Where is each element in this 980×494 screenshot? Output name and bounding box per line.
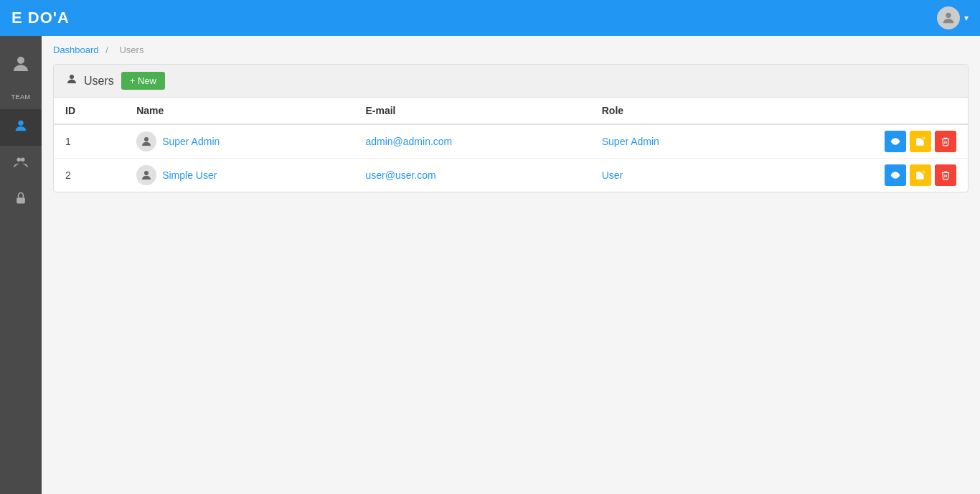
sidebar-item-groups[interactable]: [0, 146, 42, 182]
groups-icon: [13, 154, 29, 174]
row-avatar: [136, 165, 156, 185]
cell-name-text: Simple User: [162, 169, 217, 181]
col-id: ID: [54, 98, 125, 124]
topbar-avatar-icon: [937, 6, 960, 29]
cell-email: admin@admin.com: [354, 124, 590, 159]
topbar: E DO'A ▾: [0, 0, 980, 36]
users-title-icon: [65, 73, 78, 89]
svg-rect-5: [17, 197, 25, 203]
cell-role: Super Admin: [590, 124, 764, 159]
sidebar-item-team[interactable]: TEAM: [0, 85, 42, 109]
col-name: Name: [125, 98, 354, 124]
new-user-button[interactable]: + New: [121, 72, 165, 90]
table-row: 2 Simple User user@user.com User: [54, 159, 968, 192]
cell-actions: [763, 159, 968, 192]
table-header-row: ID Name E-mail Role: [54, 98, 968, 124]
content-area: Dashboard / Users Users + New ID: [42, 36, 980, 494]
card-title: Users: [65, 73, 114, 89]
cell-email: user@user.com: [354, 159, 590, 192]
svg-point-7: [144, 137, 149, 141]
sidebar-item-team-label: TEAM: [11, 93, 30, 101]
breadcrumb-separator: /: [105, 45, 108, 55]
sidebar-avatar: [0, 43, 42, 85]
cell-name: Simple User: [125, 159, 354, 192]
cell-id: 2: [54, 159, 125, 192]
topbar-chevron-icon: ▾: [964, 13, 969, 23]
sidebar: TEAM: [0, 36, 42, 494]
row-avatar: [136, 131, 156, 152]
col-email: E-mail: [354, 98, 590, 124]
col-actions: [763, 98, 968, 124]
breadcrumb: Dashboard / Users: [53, 45, 969, 55]
svg-point-6: [70, 75, 74, 79]
col-role: Role: [590, 98, 764, 124]
edit-button[interactable]: [910, 131, 931, 152]
cell-name-text: Super Admin: [162, 136, 220, 147]
sidebar-item-security[interactable]: [0, 182, 42, 218]
breadcrumb-current: Users: [119, 45, 143, 55]
svg-point-0: [946, 13, 951, 18]
view-button[interactable]: [885, 164, 906, 186]
user-icon: [13, 118, 29, 137]
lock-icon: [14, 191, 28, 209]
breadcrumb-home[interactable]: Dashboard: [53, 45, 99, 55]
card-header: Users + New: [54, 65, 968, 98]
cell-role: User: [590, 159, 764, 192]
delete-button[interactable]: [935, 164, 956, 186]
table-row: 1 Super Admin admin@admin.com Super Admi…: [54, 124, 968, 159]
cell-actions: [763, 124, 968, 159]
svg-point-1: [17, 57, 24, 64]
edit-button[interactable]: [910, 164, 931, 186]
svg-point-2: [18, 121, 23, 126]
user-menu[interactable]: ▾: [937, 6, 969, 29]
users-table: ID Name E-mail Role 1 Super Admin: [54, 98, 968, 192]
main-layout: TEAM Dashboard / Users: [0, 36, 980, 494]
cell-id: 1: [54, 124, 125, 159]
cell-name: Super Admin: [125, 124, 354, 159]
svg-point-3: [17, 158, 22, 162]
sidebar-item-users[interactable]: [0, 109, 42, 146]
svg-point-9: [144, 171, 149, 175]
delete-button[interactable]: [935, 131, 956, 152]
card-title-text: Users: [84, 75, 114, 88]
app-title: E DO'A: [11, 9, 70, 27]
view-button[interactable]: [885, 131, 906, 152]
svg-point-4: [21, 158, 25, 162]
users-card: Users + New ID Name E-mail Role 1: [53, 64, 969, 192]
